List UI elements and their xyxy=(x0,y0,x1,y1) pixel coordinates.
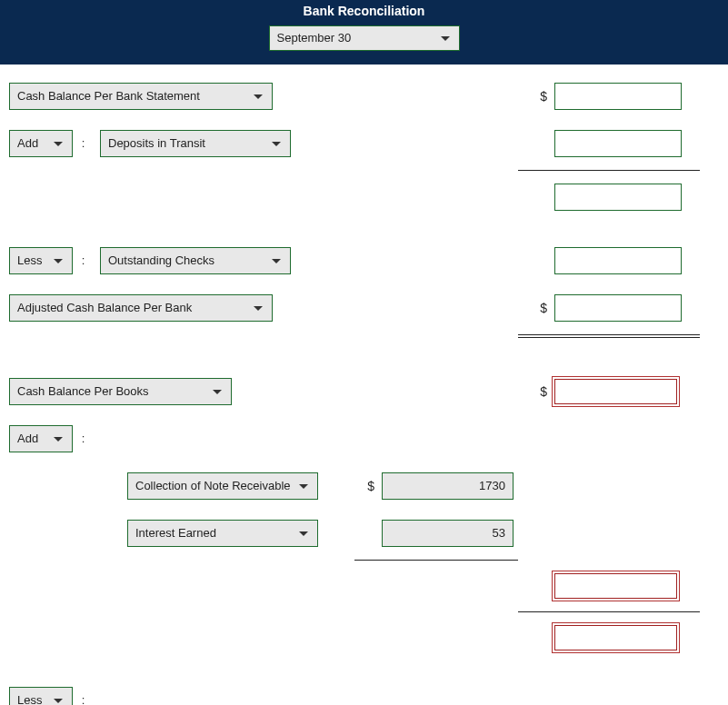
outstanding-checks-amount[interactable] xyxy=(554,247,682,274)
deposits-in-transit-select[interactable]: Deposits in Transit xyxy=(100,130,291,157)
less-select-bank[interactable]: Less xyxy=(9,247,73,274)
colon: : xyxy=(76,136,89,150)
adj-cash-per-bank-select[interactable]: Adjusted Cash Balance Per Bank xyxy=(9,294,273,322)
colon: : xyxy=(76,253,89,267)
colon: : xyxy=(76,432,89,445)
worksheet: Bank Reconciliation September 30 Cash Ba… xyxy=(0,0,728,705)
dollar-sign: $ xyxy=(518,301,554,315)
add-select-bank[interactable]: Add xyxy=(9,130,73,157)
collection-note-amount[interactable]: 1730 xyxy=(382,472,514,500)
books-add-subtotal-amount[interactable] xyxy=(554,573,677,599)
cash-per-bank-select[interactable]: Cash Balance Per Bank Statement xyxy=(9,83,273,110)
cash-per-books-select[interactable]: Cash Balance Per Books xyxy=(9,378,232,405)
date-select[interactable]: September 30 xyxy=(269,25,460,51)
banner: Bank Reconciliation September 30 xyxy=(0,0,728,65)
add-select-books[interactable]: Add xyxy=(9,425,73,452)
dollar-sign: $ xyxy=(354,479,382,493)
colon: : xyxy=(76,693,89,705)
page-title: Bank Reconciliation xyxy=(0,0,728,25)
adj-cash-per-bank-amount[interactable] xyxy=(554,294,682,322)
interest-earned-amount[interactable]: 53 xyxy=(382,520,514,547)
interest-earned-select[interactable]: Interest Earned xyxy=(127,520,318,547)
bank-subtotal-amount[interactable] xyxy=(554,184,682,211)
cash-per-books-amount[interactable] xyxy=(554,379,677,404)
less-select-books[interactable]: Less xyxy=(9,687,73,705)
cash-per-bank-amount[interactable] xyxy=(554,83,682,110)
outstanding-checks-select[interactable]: Outstanding Checks xyxy=(100,247,291,274)
deposits-in-transit-amount[interactable] xyxy=(554,130,682,157)
books-running-subtotal-amount[interactable] xyxy=(554,625,677,650)
dollar-sign: $ xyxy=(518,89,554,104)
collection-note-select[interactable]: Collection of Note Receivable xyxy=(127,472,318,500)
dollar-sign: $ xyxy=(518,384,554,399)
